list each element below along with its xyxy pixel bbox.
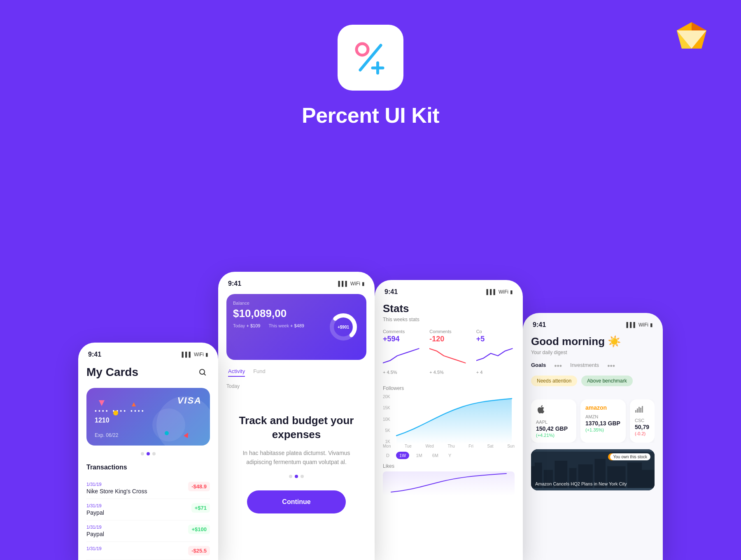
stats-grid: Comments +594 + 4.5% Comments -120 + 4. bbox=[383, 329, 515, 381]
y-label: 10K bbox=[383, 417, 390, 422]
y-label: 15K bbox=[383, 406, 390, 410]
sketch-icon bbox=[675, 21, 708, 49]
promo-dot-2[interactable] bbox=[295, 475, 298, 478]
x-label: Sat bbox=[487, 444, 494, 448]
news-card[interactable]: Amazon You own this stock Amazon Cancels… bbox=[531, 449, 655, 490]
promo-dots bbox=[289, 475, 304, 478]
promo-dot-3[interactable] bbox=[301, 475, 304, 478]
goals-more-icon[interactable]: ••• bbox=[554, 362, 562, 371]
period-tab-1m[interactable]: 1M bbox=[412, 452, 425, 459]
period-tab-1w[interactable]: 1W bbox=[396, 452, 410, 459]
gm-tab-group: Goals ••• Investments ••• bbox=[531, 362, 615, 371]
x-label: Fri bbox=[468, 444, 473, 448]
trans-amount: -$48.9 bbox=[188, 482, 210, 491]
card-shape-circle2 bbox=[165, 431, 169, 435]
dot-3[interactable] bbox=[152, 452, 156, 455]
x-label: Tue bbox=[405, 444, 412, 448]
tab-fund[interactable]: Fund bbox=[253, 368, 266, 377]
phone1-status-bar: 9:41 ▌▌▌ WiFi ▮ bbox=[86, 351, 210, 358]
followers-chart bbox=[394, 394, 515, 444]
tab-investments[interactable]: Investments bbox=[570, 362, 599, 371]
x-label: Mon bbox=[383, 444, 391, 448]
trans-amount: +$71 bbox=[191, 503, 210, 513]
svg-rect-18 bbox=[640, 408, 641, 413]
stats-item-2: Comments -120 + 4.5% bbox=[429, 329, 468, 381]
trans-date: 1/31/19 bbox=[86, 482, 147, 487]
stock-symbol-amzn: AMZN bbox=[585, 414, 621, 419]
card-shape-triangle2 bbox=[132, 402, 136, 406]
table-row: 1/31/19 Paypal +$100 bbox=[86, 520, 210, 542]
wifi-icon: WiFi bbox=[350, 281, 360, 287]
x-label: Thu bbox=[448, 444, 455, 448]
trans-amount: -$25.5 bbox=[188, 546, 210, 555]
search-button[interactable] bbox=[195, 365, 210, 380]
attention-badge: Needs attention bbox=[531, 376, 577, 386]
table-row: 1/31/19 Nike Store King's Cross -$48.9 bbox=[86, 478, 210, 499]
transactions-title: Transactions bbox=[86, 464, 210, 471]
stock-change-amzn: (+1.35%) bbox=[585, 427, 621, 432]
tab-activity[interactable]: Activity bbox=[228, 368, 245, 377]
svg-line-11 bbox=[204, 374, 206, 376]
table-row: 1/31/19 -$25.5 bbox=[86, 542, 210, 560]
svg-point-6 bbox=[357, 44, 368, 55]
wifi-icon: WiFi bbox=[194, 352, 204, 357]
followers-label: Followers bbox=[383, 385, 515, 391]
stock-card-aapl[interactable]: AAPL 150,42 GBP (+4.21%) bbox=[531, 399, 576, 443]
dot-2-active[interactable] bbox=[147, 452, 150, 455]
battery-icon: ▮ bbox=[362, 281, 365, 287]
trans-name: Paypal bbox=[86, 509, 104, 516]
battery-icon: ▮ bbox=[510, 289, 513, 295]
x-label: Wed bbox=[426, 444, 434, 448]
balance-card: Balance $10,089,00 Today + $109 This wee… bbox=[226, 294, 366, 360]
card-decor2 bbox=[152, 408, 185, 441]
period-tab-d[interactable]: D bbox=[383, 452, 393, 459]
balance-label: Balance bbox=[233, 301, 304, 306]
continue-button[interactable]: Continue bbox=[247, 490, 346, 513]
phones-container: 9:41 ▌▌▌ WiFi ▮ My Cards bbox=[0, 272, 741, 560]
phone1-header: My Cards bbox=[86, 365, 210, 380]
battery-icon: ▮ bbox=[205, 352, 208, 357]
promo-desc: In hac habitasse platea dictumst. Vivamu… bbox=[235, 448, 358, 467]
app-icon bbox=[338, 25, 403, 91]
donut-chart: +$901 bbox=[327, 310, 360, 343]
today-label: Today bbox=[226, 383, 366, 389]
phone1-mycards: 9:41 ▌▌▌ WiFi ▮ My Cards bbox=[78, 343, 218, 560]
promo-dot-1[interactable] bbox=[289, 475, 292, 478]
stock-change-csc: (-0.2) bbox=[635, 431, 650, 436]
phone4-goodmorning: 9:41 ▌▌▌ WiFi ▮ Good morning ☀️ Your dai… bbox=[523, 313, 663, 560]
card-expiry: Exp. 06/22 bbox=[95, 432, 118, 438]
news-badge-own: You own this stock bbox=[610, 453, 650, 460]
trans-name: Nike Store King's Cross bbox=[86, 488, 147, 495]
trans-date: 1/31/19 bbox=[86, 503, 104, 508]
trans-date: 1/31/19 bbox=[86, 525, 104, 530]
card-shape-circle1 bbox=[113, 411, 118, 415]
stock-card-amzn[interactable]: amazon AMZN 1370,13 GBP (+1.35%) bbox=[580, 399, 626, 443]
credit-card: VISA •••• •••• •••• 1210 Exp. 06/22 bbox=[86, 388, 210, 446]
card-shape-triangle1 bbox=[99, 400, 105, 406]
phone2-tabs: Activity Fund bbox=[226, 368, 366, 377]
phone3-stats: 9:41 ▌▌▌ WiFi ▮ Stats This weeks stats C… bbox=[375, 280, 523, 560]
svg-rect-19 bbox=[642, 406, 643, 413]
likes-label: Likes bbox=[383, 463, 515, 469]
wifi-icon: WiFi bbox=[499, 289, 508, 295]
phone2-status-icons: ▌▌▌ WiFi ▮ bbox=[338, 281, 365, 287]
balance-today: Today + $109 bbox=[233, 323, 260, 328]
period-tab-6m[interactable]: 6M bbox=[429, 452, 442, 459]
y-label: 5K bbox=[383, 428, 390, 433]
header-section: Percent UI Kit bbox=[0, 0, 741, 128]
wifi-icon: WiFi bbox=[638, 322, 648, 328]
dot-1[interactable] bbox=[141, 452, 144, 455]
period-tab-y[interactable]: Y bbox=[445, 452, 454, 459]
investments-more-icon[interactable]: ••• bbox=[607, 362, 615, 371]
stock-change-aapl: (+4.21%) bbox=[536, 433, 571, 438]
stock-card-csc[interactable]: CSC 50,79 (-0.2) bbox=[630, 399, 655, 443]
trans-date: 1/31/19 bbox=[86, 546, 102, 551]
svg-text:+$901: +$901 bbox=[338, 325, 350, 329]
benchmark-badge: Above benchmark bbox=[581, 376, 633, 386]
stats-value-2: -120 bbox=[429, 335, 468, 343]
svg-rect-15 bbox=[635, 410, 636, 413]
tab-goals[interactable]: Goals bbox=[531, 362, 546, 371]
phone1-status-icons: ▌▌▌ WiFi ▮ bbox=[182, 352, 208, 357]
gm-title: Good morning ☀️ bbox=[531, 335, 655, 348]
phone3-status-icons: ▌▌▌ WiFi ▮ bbox=[486, 289, 513, 295]
